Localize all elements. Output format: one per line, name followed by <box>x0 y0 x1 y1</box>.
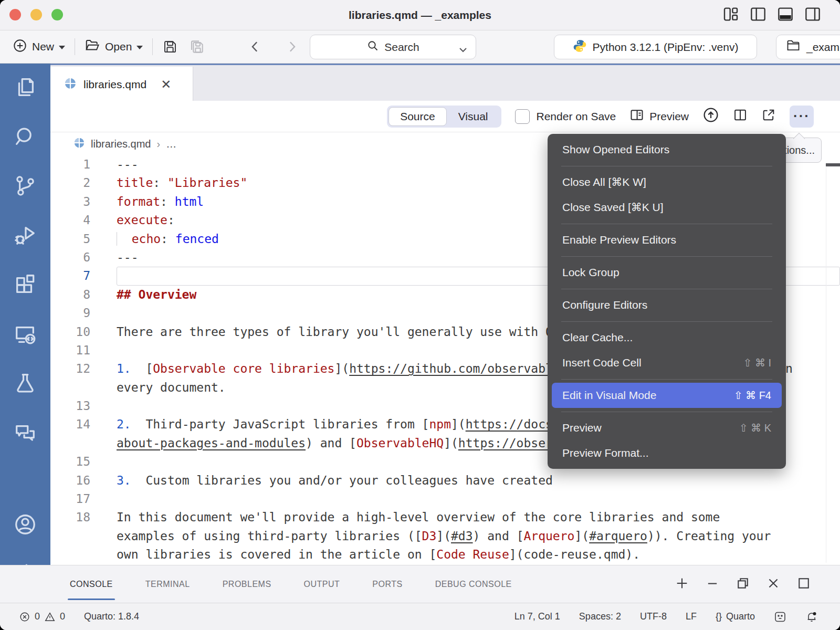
plus-circle-icon <box>13 38 27 56</box>
editor-action-bar: Source Visual Render on Save Preview ··· <box>50 101 840 132</box>
eol-status[interactable]: LF <box>686 611 697 622</box>
sidebar-item-search[interactable] <box>0 113 50 162</box>
sidebar-item-account[interactable] <box>0 501 50 550</box>
source-mode-button[interactable]: Source <box>388 107 447 126</box>
save-button[interactable] <box>157 39 183 55</box>
customize-layout-icon[interactable] <box>722 6 739 23</box>
save-all-button[interactable] <box>183 38 211 55</box>
code-line[interactable]: examples of using third-party libraries … <box>50 527 840 545</box>
tab-libraries-qmd[interactable]: libraries.qmd ✕ <box>50 67 193 102</box>
open-button[interactable]: Open <box>79 38 148 56</box>
menu-item-edit-in-visual-mode[interactable]: Edit in Visual Mode⇧ ⌘ F4 <box>552 383 782 408</box>
code-line-text: own libraries is covered in the article … <box>117 545 840 564</box>
code-line[interactable]: 18In this document we'll provide a high-… <box>50 508 840 527</box>
more-actions-button[interactable]: ··· <box>790 106 814 128</box>
scrollbar-gutter <box>826 167 826 563</box>
search-icon <box>13 124 37 151</box>
toggle-panel-icon[interactable] <box>777 6 794 23</box>
language-mode-status[interactable]: {} Quarto <box>716 611 755 622</box>
code-line[interactable]: 163. Custom libraries you and/or your co… <box>50 471 840 490</box>
menu-separator <box>561 256 772 257</box>
toggle-secondary-sidebar-icon[interactable] <box>804 6 821 23</box>
split-editor-button[interactable] <box>733 108 748 125</box>
problems-status[interactable]: 0 0 <box>19 611 65 623</box>
cursor-position-status[interactable]: Ln 7, Col 1 <box>514 611 560 622</box>
menu-separator <box>561 379 772 380</box>
menu-item-lock-group[interactable]: Lock Group <box>548 260 786 285</box>
visual-mode-button[interactable]: Visual <box>447 107 500 126</box>
line-number <box>50 379 90 397</box>
sidebar-item-explorer[interactable] <box>0 64 50 113</box>
menu-item-label: Show Opened Editors <box>562 143 669 156</box>
quarto-version-status[interactable]: Quarto: 1.8.4 <box>84 611 139 622</box>
line-number: 6 <box>50 248 90 267</box>
encoding-status[interactable]: UTF-8 <box>640 611 667 622</box>
line-number: 13 <box>50 397 90 415</box>
preview-button[interactable]: Preview <box>629 108 689 125</box>
menu-separator <box>561 412 772 412</box>
menu-item-preview-format[interactable]: Preview Format... <box>548 440 786 466</box>
workspace-selector[interactable]: _examples <box>776 35 840 59</box>
bottom-panel-bar: CONSOLETERMINALPROBLEMSOUTPUTPORTSDEBUG … <box>0 565 840 603</box>
error-icon <box>19 611 30 623</box>
open-in-new-window-button[interactable] <box>761 108 776 125</box>
sidebar-item-testing[interactable] <box>0 360 50 409</box>
menu-item-insert-code-cell[interactable]: Insert Code Cell⇧ ⌘ I <box>548 350 786 375</box>
sidebar-item-run-debug[interactable] <box>0 212 50 261</box>
menu-item-close-saved-k-u[interactable]: Close Saved [⌘K U] <box>548 195 786 220</box>
render-on-save-checkbox[interactable] <box>515 109 530 124</box>
remote-monitor-icon <box>13 322 37 348</box>
panel-tab-console[interactable]: CONSOLE <box>70 565 113 603</box>
line-number <box>50 527 90 545</box>
split-editor-icon <box>733 108 748 125</box>
panel-tab-ports[interactable]: PORTS <box>372 565 402 603</box>
navigate-forward-button[interactable] <box>279 39 305 55</box>
new-button[interactable]: New <box>7 38 70 56</box>
minimize-panel-icon[interactable] <box>705 576 720 593</box>
line-number: 12 <box>50 360 90 378</box>
sidebar-item-source-control[interactable] <box>0 162 50 212</box>
close-tab-icon[interactable]: ✕ <box>161 77 171 92</box>
search-input[interactable]: Search <box>310 35 476 59</box>
menu-item-clear-cache[interactable]: Clear Cache... <box>548 325 786 350</box>
toggle-sidebar-icon[interactable] <box>750 6 766 23</box>
menu-item-enable-preview-editors[interactable]: Enable Preview Editors <box>548 227 786 253</box>
close-panel-icon[interactable] <box>766 576 781 593</box>
add-console-icon[interactable] <box>675 576 689 593</box>
panel-tab-output[interactable]: OUTPUT <box>304 565 340 603</box>
code-line[interactable]: own libraries is covered in the article … <box>50 545 840 564</box>
git-branch-icon <box>13 174 37 200</box>
restore-panel-icon[interactable] <box>736 576 750 593</box>
sidebar-item-comments[interactable] <box>0 409 50 458</box>
maximize-panel-icon[interactable] <box>796 576 811 593</box>
render-button[interactable] <box>702 107 719 126</box>
code-line-text <box>117 490 840 508</box>
line-number: 9 <box>50 304 90 322</box>
line-number: 18 <box>50 508 90 527</box>
panel-actions <box>675 565 811 603</box>
menu-item-preview[interactable]: Preview⇧ ⌘ K <box>548 415 786 440</box>
sidebar-item-extensions[interactable] <box>0 261 50 310</box>
code-line[interactable]: 17 <box>50 490 840 508</box>
panel-tab-terminal[interactable]: TERMINAL <box>145 565 190 603</box>
chevron-right-icon: › <box>156 138 160 150</box>
feedback-smiley-icon[interactable] <box>774 611 786 623</box>
menu-item-label: Preview <box>562 422 602 434</box>
navigate-back-button[interactable] <box>242 39 268 55</box>
sidebar-item-remote-sessions[interactable] <box>0 310 50 360</box>
python-logo-icon <box>573 39 587 56</box>
menu-item-close-all-k-w[interactable]: Close All [⌘K W] <box>548 170 786 195</box>
line-number: 8 <box>50 286 90 304</box>
interpreter-selector[interactable]: Python 3.12.1 (PipEnv: .venv) <box>554 35 757 59</box>
panel-tab-debug-console[interactable]: DEBUG CONSOLE <box>435 565 512 603</box>
panel-tab-problems[interactable]: PROBLEMS <box>223 565 271 603</box>
notifications-bell-icon[interactable] <box>805 611 818 623</box>
menu-item-show-opened-editors[interactable]: Show Opened Editors <box>548 137 786 162</box>
indentation-status[interactable]: Spaces: 2 <box>579 611 621 622</box>
render-on-save-control: Render on Save <box>515 109 616 124</box>
menu-item-configure-editors[interactable]: Configure Editors <box>548 292 786 318</box>
folder-open-icon <box>85 38 100 56</box>
menu-item-label: Lock Group <box>562 266 620 279</box>
chevron-down-icon[interactable] <box>458 44 468 56</box>
quarto-file-icon <box>74 137 85 151</box>
